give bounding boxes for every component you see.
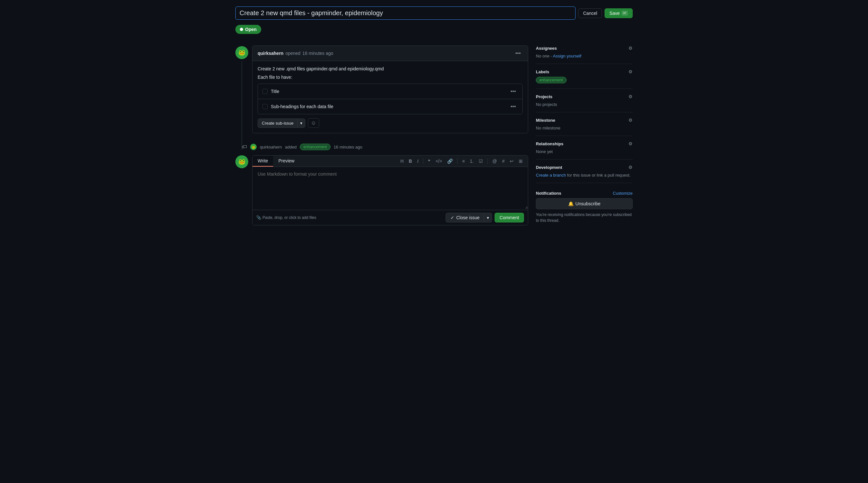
task-label-subheadings: Sub-headings for each data file <box>271 104 333 109</box>
task-label-title: Title <box>271 89 279 94</box>
sidebar-relationships: Relationships ⚙ None yet <box>536 136 632 160</box>
relationships-title: Relationships <box>536 141 563 146</box>
toolbar-code[interactable]: </> <box>434 157 444 165</box>
cancel-button[interactable]: Cancel <box>578 8 602 18</box>
editor-tabs: Write Preview H B I ❝ </> 🔗 ≡ <box>252 155 528 167</box>
close-issue-arrow[interactable]: ▾ <box>484 213 492 223</box>
projects-header[interactable]: Projects ⚙ <box>536 94 632 99</box>
labels-gear-icon[interactable]: ⚙ <box>628 69 632 74</box>
milestone-header[interactable]: Milestone ⚙ <box>536 117 632 123</box>
sub-issue-arrow[interactable]: ▾ <box>298 119 305 127</box>
emoji-button[interactable]: ☺ <box>308 118 319 128</box>
notifications-header: Notifications Customize <box>536 191 632 196</box>
close-issue-check: ✓ <box>451 215 454 220</box>
toolbar-mention[interactable]: @ <box>490 157 499 165</box>
enhancement-badge: enhancement <box>300 144 331 150</box>
task-item: Title ••• <box>258 84 522 99</box>
task-checkbox-title[interactable] <box>262 89 268 94</box>
toolbar-ordered-list[interactable]: 1. <box>468 157 475 165</box>
unsubscribe-button[interactable]: 🔔 Unsubscribe <box>536 198 632 209</box>
issue-body-line1: Create 2 new .qmd files gapminder.qmd an… <box>258 66 523 72</box>
assignees-gear-icon[interactable]: ⚙ <box>628 46 632 51</box>
comment-textarea[interactable] <box>252 167 528 209</box>
activity-avatar: 🐸 <box>250 144 257 150</box>
sidebar-notifications: Notifications Customize 🔔 Unsubscribe Yo… <box>536 186 632 229</box>
status-label: Open <box>245 27 257 32</box>
milestone-value: No milestone <box>536 125 560 131</box>
notifications-title: Notifications <box>536 191 561 196</box>
comment-author-name: quirksahern <box>258 51 283 56</box>
title-bar: Cancel Save ↵ <box>236 6 632 20</box>
toolbar-bold[interactable]: B <box>407 157 414 165</box>
assignees-title: Assignees <box>536 46 557 51</box>
task-more-button-2[interactable]: ••• <box>508 102 518 111</box>
toolbar-italic[interactable]: I <box>415 157 421 165</box>
comment-time: 16 minutes ago <box>303 51 333 56</box>
comment-header: quirksahern opened 16 minutes ago ••• <box>252 46 528 61</box>
assign-yourself-link[interactable]: Assign yourself <box>553 54 581 58</box>
relationships-gear-icon[interactable]: ⚙ <box>628 141 632 146</box>
editor-footer: 📎 Paste, drop, or click to add files ✓ C… <box>252 210 528 225</box>
toolbar-heading[interactable]: H <box>399 157 406 165</box>
title-input[interactable] <box>236 6 576 20</box>
toolbar-unordered-list[interactable]: ≡ <box>460 157 467 165</box>
comment-action: opened <box>285 51 301 56</box>
toolbar-attach[interactable]: ⊞ <box>517 157 525 165</box>
task-list: Title ••• Sub-headings for each data fil… <box>258 84 523 114</box>
task-checkbox-subheadings[interactable] <box>262 104 268 109</box>
comment-editor: Write Preview H B I ❝ </> 🔗 ≡ <box>252 155 528 225</box>
assignees-value: No one - Assign yourself <box>536 54 581 58</box>
sidebar-labels: Labels ⚙ enhancement <box>536 64 632 89</box>
tab-preview[interactable]: Preview <box>273 155 300 167</box>
comment-author-info: quirksahern opened 16 minutes ago <box>258 51 333 56</box>
projects-title: Projects <box>536 94 552 99</box>
avatar: 🐸 <box>236 46 248 59</box>
toolbar-link[interactable]: 🔗 <box>445 157 455 165</box>
toolbar-tasklist[interactable]: ☑ <box>477 157 485 165</box>
toolbar-reply[interactable]: ↩ <box>508 157 516 165</box>
sidebar-assignees: Assignees ⚙ No one - Assign yourself <box>536 46 632 64</box>
projects-value: No projects <box>536 102 557 107</box>
status-badge: Open <box>236 25 261 34</box>
timeline-line <box>242 61 242 150</box>
activity-action: added <box>285 145 297 149</box>
issue-row: 🐸 quirksahern opened 16 minutes ago ••• <box>236 46 528 139</box>
sidebar-projects: Projects ⚙ No projects <box>536 89 632 112</box>
projects-gear-icon[interactable]: ⚙ <box>628 94 632 99</box>
toolbar-sep-1 <box>423 158 423 164</box>
tab-write[interactable]: Write <box>252 155 273 167</box>
labels-header[interactable]: Labels ⚙ <box>536 69 632 74</box>
bell-icon: 🔔 <box>568 201 574 206</box>
sub-issue-label[interactable]: Create sub-issue <box>258 119 298 127</box>
create-branch-link[interactable]: Create a branch <box>536 173 566 177</box>
more-options-button[interactable]: ••• <box>513 49 523 57</box>
editor-toolbar: H B I ❝ </> 🔗 ≡ 1. ☑ @ <box>395 155 528 167</box>
relationships-value: None yet <box>536 149 553 154</box>
toolbar-sep-3 <box>488 158 488 164</box>
create-sub-issue-button[interactable]: Create sub-issue ▾ <box>258 118 305 128</box>
save-button[interactable]: Save ↵ <box>604 8 632 18</box>
sidebar-development: Development ⚙ Create a branch for this i… <box>536 160 632 183</box>
development-gear-icon[interactable]: ⚙ <box>628 165 632 170</box>
activity-author: quirksahern <box>260 145 282 149</box>
activity-time: 16 minutes ago <box>334 145 363 149</box>
toolbar-quote[interactable]: ❝ <box>426 157 432 165</box>
customize-link[interactable]: Customize <box>613 191 632 196</box>
sidebar: Assignees ⚙ No one - Assign yourself Lab… <box>536 46 632 229</box>
task-more-button[interactable]: ••• <box>508 87 518 95</box>
assignees-header[interactable]: Assignees ⚙ <box>536 46 632 51</box>
toolbar-sep-2 <box>457 158 458 164</box>
tag-icon: 🏷 <box>242 144 247 150</box>
action-buttons: ✓ Close issue ▾ Comment <box>445 213 524 223</box>
comment-button[interactable]: Comment <box>495 213 524 223</box>
development-header[interactable]: Development ⚙ <box>536 165 632 170</box>
relationships-header[interactable]: Relationships ⚙ <box>536 141 632 146</box>
add-comment-section: 🐸 Write Preview H B I ❝ </> <box>236 155 528 225</box>
label-badge: enhancement <box>536 77 566 83</box>
milestone-gear-icon[interactable]: ⚙ <box>628 117 632 123</box>
save-label: Save <box>610 11 620 16</box>
status-dot <box>240 28 243 31</box>
sidebar-milestone: Milestone ⚙ No milestone <box>536 112 632 136</box>
close-issue-button[interactable]: ✓ Close issue <box>445 213 484 223</box>
toolbar-reference[interactable]: # <box>500 157 506 165</box>
